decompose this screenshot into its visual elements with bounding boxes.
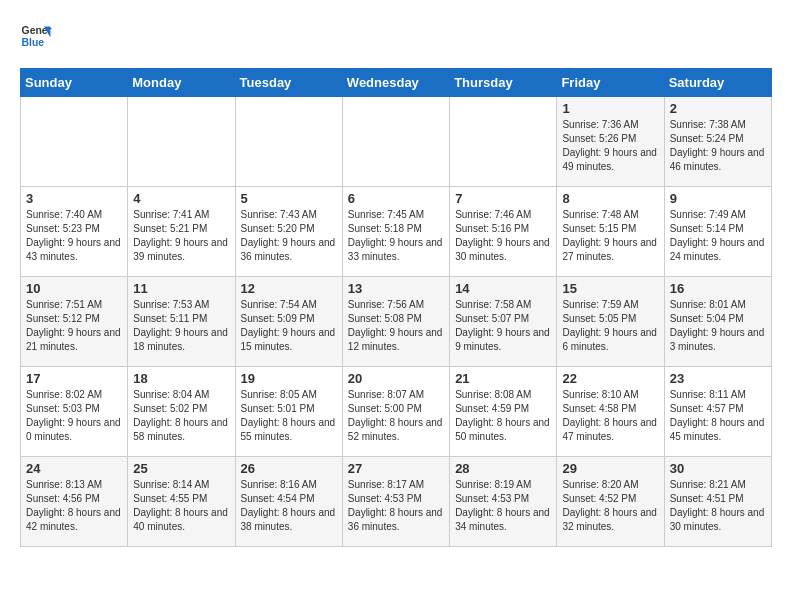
calendar-cell: 21Sunrise: 8:08 AM Sunset: 4:59 PM Dayli… [450, 367, 557, 457]
calendar-cell: 18Sunrise: 8:04 AM Sunset: 5:02 PM Dayli… [128, 367, 235, 457]
calendar-cell: 1Sunrise: 7:36 AM Sunset: 5:26 PM Daylig… [557, 97, 664, 187]
page-header: General Blue [20, 20, 772, 52]
weekday-header: Wednesday [342, 69, 449, 97]
day-info: Sunrise: 8:20 AM Sunset: 4:52 PM Dayligh… [562, 478, 658, 534]
day-info: Sunrise: 7:58 AM Sunset: 5:07 PM Dayligh… [455, 298, 551, 354]
day-info: Sunrise: 7:40 AM Sunset: 5:23 PM Dayligh… [26, 208, 122, 264]
calendar-cell [128, 97, 235, 187]
day-info: Sunrise: 8:01 AM Sunset: 5:04 PM Dayligh… [670, 298, 766, 354]
day-number: 20 [348, 371, 444, 386]
weekday-header: Tuesday [235, 69, 342, 97]
calendar-cell: 11Sunrise: 7:53 AM Sunset: 5:11 PM Dayli… [128, 277, 235, 367]
weekday-header: Thursday [450, 69, 557, 97]
day-info: Sunrise: 8:07 AM Sunset: 5:00 PM Dayligh… [348, 388, 444, 444]
day-number: 17 [26, 371, 122, 386]
day-number: 24 [26, 461, 122, 476]
day-info: Sunrise: 8:21 AM Sunset: 4:51 PM Dayligh… [670, 478, 766, 534]
day-number: 9 [670, 191, 766, 206]
calendar-cell: 17Sunrise: 8:02 AM Sunset: 5:03 PM Dayli… [21, 367, 128, 457]
day-info: Sunrise: 7:38 AM Sunset: 5:24 PM Dayligh… [670, 118, 766, 174]
calendar-cell: 5Sunrise: 7:43 AM Sunset: 5:20 PM Daylig… [235, 187, 342, 277]
day-number: 18 [133, 371, 229, 386]
day-number: 21 [455, 371, 551, 386]
day-info: Sunrise: 7:46 AM Sunset: 5:16 PM Dayligh… [455, 208, 551, 264]
day-number: 28 [455, 461, 551, 476]
calendar-table: SundayMondayTuesdayWednesdayThursdayFrid… [20, 68, 772, 547]
calendar-cell: 8Sunrise: 7:48 AM Sunset: 5:15 PM Daylig… [557, 187, 664, 277]
day-number: 4 [133, 191, 229, 206]
calendar-cell: 14Sunrise: 7:58 AM Sunset: 5:07 PM Dayli… [450, 277, 557, 367]
day-info: Sunrise: 8:14 AM Sunset: 4:55 PM Dayligh… [133, 478, 229, 534]
day-number: 27 [348, 461, 444, 476]
calendar-cell: 15Sunrise: 7:59 AM Sunset: 5:05 PM Dayli… [557, 277, 664, 367]
logo-icon: General Blue [20, 20, 52, 52]
calendar-cell: 19Sunrise: 8:05 AM Sunset: 5:01 PM Dayli… [235, 367, 342, 457]
day-number: 13 [348, 281, 444, 296]
day-info: Sunrise: 8:13 AM Sunset: 4:56 PM Dayligh… [26, 478, 122, 534]
day-number: 30 [670, 461, 766, 476]
day-info: Sunrise: 8:10 AM Sunset: 4:58 PM Dayligh… [562, 388, 658, 444]
calendar-cell: 10Sunrise: 7:51 AM Sunset: 5:12 PM Dayli… [21, 277, 128, 367]
day-info: Sunrise: 8:05 AM Sunset: 5:01 PM Dayligh… [241, 388, 337, 444]
calendar-cell: 3Sunrise: 7:40 AM Sunset: 5:23 PM Daylig… [21, 187, 128, 277]
calendar-cell: 13Sunrise: 7:56 AM Sunset: 5:08 PM Dayli… [342, 277, 449, 367]
calendar-cell: 2Sunrise: 7:38 AM Sunset: 5:24 PM Daylig… [664, 97, 771, 187]
day-info: Sunrise: 8:02 AM Sunset: 5:03 PM Dayligh… [26, 388, 122, 444]
day-number: 14 [455, 281, 551, 296]
day-info: Sunrise: 7:53 AM Sunset: 5:11 PM Dayligh… [133, 298, 229, 354]
day-number: 16 [670, 281, 766, 296]
day-number: 1 [562, 101, 658, 116]
day-info: Sunrise: 7:59 AM Sunset: 5:05 PM Dayligh… [562, 298, 658, 354]
calendar-cell: 9Sunrise: 7:49 AM Sunset: 5:14 PM Daylig… [664, 187, 771, 277]
day-number: 29 [562, 461, 658, 476]
calendar-cell: 27Sunrise: 8:17 AM Sunset: 4:53 PM Dayli… [342, 457, 449, 547]
day-info: Sunrise: 7:54 AM Sunset: 5:09 PM Dayligh… [241, 298, 337, 354]
day-number: 5 [241, 191, 337, 206]
calendar-cell [450, 97, 557, 187]
day-number: 12 [241, 281, 337, 296]
day-info: Sunrise: 8:08 AM Sunset: 4:59 PM Dayligh… [455, 388, 551, 444]
day-number: 25 [133, 461, 229, 476]
calendar-cell: 12Sunrise: 7:54 AM Sunset: 5:09 PM Dayli… [235, 277, 342, 367]
day-number: 8 [562, 191, 658, 206]
day-number: 23 [670, 371, 766, 386]
day-number: 15 [562, 281, 658, 296]
logo: General Blue [20, 20, 52, 52]
calendar-cell: 24Sunrise: 8:13 AM Sunset: 4:56 PM Dayli… [21, 457, 128, 547]
day-info: Sunrise: 7:45 AM Sunset: 5:18 PM Dayligh… [348, 208, 444, 264]
calendar-cell [342, 97, 449, 187]
calendar-cell: 6Sunrise: 7:45 AM Sunset: 5:18 PM Daylig… [342, 187, 449, 277]
svg-text:Blue: Blue [22, 37, 45, 48]
day-number: 10 [26, 281, 122, 296]
weekday-header: Sunday [21, 69, 128, 97]
day-info: Sunrise: 8:16 AM Sunset: 4:54 PM Dayligh… [241, 478, 337, 534]
calendar-cell: 28Sunrise: 8:19 AM Sunset: 4:53 PM Dayli… [450, 457, 557, 547]
day-number: 6 [348, 191, 444, 206]
day-number: 26 [241, 461, 337, 476]
day-info: Sunrise: 7:36 AM Sunset: 5:26 PM Dayligh… [562, 118, 658, 174]
calendar-cell: 26Sunrise: 8:16 AM Sunset: 4:54 PM Dayli… [235, 457, 342, 547]
weekday-header: Monday [128, 69, 235, 97]
day-number: 7 [455, 191, 551, 206]
calendar-cell: 25Sunrise: 8:14 AM Sunset: 4:55 PM Dayli… [128, 457, 235, 547]
calendar-cell: 7Sunrise: 7:46 AM Sunset: 5:16 PM Daylig… [450, 187, 557, 277]
calendar-cell [21, 97, 128, 187]
day-info: Sunrise: 7:51 AM Sunset: 5:12 PM Dayligh… [26, 298, 122, 354]
day-info: Sunrise: 7:48 AM Sunset: 5:15 PM Dayligh… [562, 208, 658, 264]
calendar-cell: 4Sunrise: 7:41 AM Sunset: 5:21 PM Daylig… [128, 187, 235, 277]
day-info: Sunrise: 7:41 AM Sunset: 5:21 PM Dayligh… [133, 208, 229, 264]
day-info: Sunrise: 8:19 AM Sunset: 4:53 PM Dayligh… [455, 478, 551, 534]
day-number: 3 [26, 191, 122, 206]
weekday-header: Saturday [664, 69, 771, 97]
day-number: 2 [670, 101, 766, 116]
calendar-cell: 22Sunrise: 8:10 AM Sunset: 4:58 PM Dayli… [557, 367, 664, 457]
day-info: Sunrise: 7:56 AM Sunset: 5:08 PM Dayligh… [348, 298, 444, 354]
day-number: 19 [241, 371, 337, 386]
day-info: Sunrise: 7:43 AM Sunset: 5:20 PM Dayligh… [241, 208, 337, 264]
calendar-cell: 23Sunrise: 8:11 AM Sunset: 4:57 PM Dayli… [664, 367, 771, 457]
calendar-cell [235, 97, 342, 187]
day-info: Sunrise: 8:04 AM Sunset: 5:02 PM Dayligh… [133, 388, 229, 444]
calendar-cell: 16Sunrise: 8:01 AM Sunset: 5:04 PM Dayli… [664, 277, 771, 367]
calendar-cell: 20Sunrise: 8:07 AM Sunset: 5:00 PM Dayli… [342, 367, 449, 457]
day-info: Sunrise: 8:11 AM Sunset: 4:57 PM Dayligh… [670, 388, 766, 444]
